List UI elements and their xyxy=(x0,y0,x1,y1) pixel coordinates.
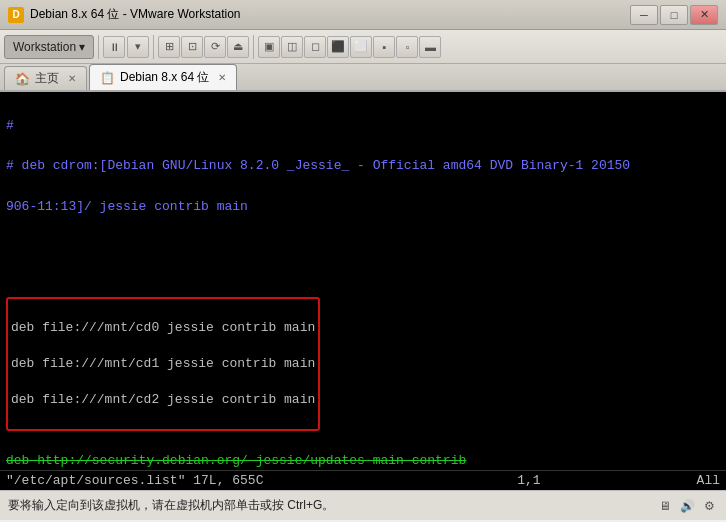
vim-file-info: "/etc/apt/sources.list" 17L, 655C xyxy=(6,473,263,488)
pause-button[interactable]: ⏸ xyxy=(103,36,125,58)
audio-icon[interactable]: 🔊 xyxy=(678,497,696,515)
vim-position: 1,1 All xyxy=(517,473,720,488)
revert-icon[interactable]: ⟳ xyxy=(204,36,226,58)
tab-home-label: 主页 xyxy=(35,70,59,87)
tab-bar: 🏠 主页 ✕ 📋 Debian 8.x 64 位 ✕ xyxy=(0,64,726,92)
usb-icon[interactable]: ⚙ xyxy=(700,497,718,515)
status-message: 要将输入定向到该虚拟机，请在虚拟机内部单击或按 Ctrl+G。 xyxy=(8,497,334,514)
title-bar-controls: ─ □ ✕ xyxy=(630,5,718,25)
home-icon: 🏠 xyxy=(15,72,30,86)
line-cd1: deb file:///mnt/cd1 jessie contrib main xyxy=(11,355,315,373)
snapshot-icon[interactable]: ⊡ xyxy=(181,36,203,58)
tab-vm[interactable]: 📋 Debian 8.x 64 位 ✕ xyxy=(89,64,237,90)
tab-vm-close[interactable]: ✕ xyxy=(218,72,226,83)
title-bar-text: Debian 8.x 64 位 - VMware Workstation xyxy=(30,6,630,23)
vm-screen[interactable]: # # deb cdrom:[Debian GNU/Linux 8.2.0 _J… xyxy=(0,92,726,490)
send-ctrl-alt-del-icon[interactable]: ⊞ xyxy=(158,36,180,58)
menu-separator-1 xyxy=(98,35,99,59)
line-security: deb http://security.debian.org/ jessie/u… xyxy=(6,451,720,471)
terminal-content: # # deb cdrom:[Debian GNU/Linux 8.2.0 _J… xyxy=(0,92,726,490)
line-deb-cdrom1: # deb cdrom:[Debian GNU/Linux 8.2.0 _Jes… xyxy=(6,156,720,176)
network-icon[interactable]: 🖥 xyxy=(656,497,674,515)
menu-separator-3 xyxy=(253,35,254,59)
menu-separator-2 xyxy=(153,35,154,59)
minimize-button[interactable]: ─ xyxy=(630,5,658,25)
view-icon-1[interactable]: ▣ xyxy=(258,36,280,58)
line-cd2: deb file:///mnt/cd2 jessie contrib main xyxy=(11,391,315,409)
view-icon-3[interactable]: ◻ xyxy=(304,36,326,58)
app-icon: D xyxy=(8,7,24,23)
menu-bar: Workstation ▾ ⏸ ▾ ⊞ ⊡ ⟳ ⏏ ▣ ◫ ◻ ⬛ ⬜ ▪ ▫ … xyxy=(0,30,726,64)
tab-home-close[interactable]: ✕ xyxy=(68,73,76,84)
line-blank1 xyxy=(6,237,720,257)
close-button[interactable]: ✕ xyxy=(690,5,718,25)
title-bar: D Debian 8.x 64 位 - VMware Workstation ─… xyxy=(0,0,726,30)
line-hash1: # xyxy=(6,116,720,136)
vm-icon: 📋 xyxy=(100,71,115,85)
tab-vm-label: Debian 8.x 64 位 xyxy=(120,69,209,86)
view-icon-2[interactable]: ◫ xyxy=(281,36,303,58)
view-icon-6[interactable]: ▪ xyxy=(373,36,395,58)
view-icon-8[interactable]: ▬ xyxy=(419,36,441,58)
tab-home[interactable]: 🏠 主页 ✕ xyxy=(4,66,87,90)
view-icon-5[interactable]: ⬜ xyxy=(350,36,372,58)
view-icon-7[interactable]: ▫ xyxy=(396,36,418,58)
line-deb-cdrom2: 906-11:13]/ jessie contrib main xyxy=(6,197,720,217)
vim-status-bar: "/etc/apt/sources.list" 17L, 655C 1,1 Al… xyxy=(0,470,726,490)
maximize-button[interactable]: □ xyxy=(660,5,688,25)
status-bar: 要将输入定向到该虚拟机，请在虚拟机内部单击或按 Ctrl+G。 🖥 🔊 ⚙ xyxy=(0,490,726,520)
status-icons: 🖥 🔊 ⚙ xyxy=(656,497,718,515)
highlighted-block: deb file:///mnt/cd0 jessie contrib main … xyxy=(6,277,720,430)
tools-button[interactable]: ▾ xyxy=(127,36,149,58)
power-icon[interactable]: ⏏ xyxy=(227,36,249,58)
line-cd0: deb file:///mnt/cd0 jessie contrib main xyxy=(11,319,315,337)
workstation-menu[interactable]: Workstation ▾ xyxy=(4,35,94,59)
view-icon-4[interactable]: ⬛ xyxy=(327,36,349,58)
